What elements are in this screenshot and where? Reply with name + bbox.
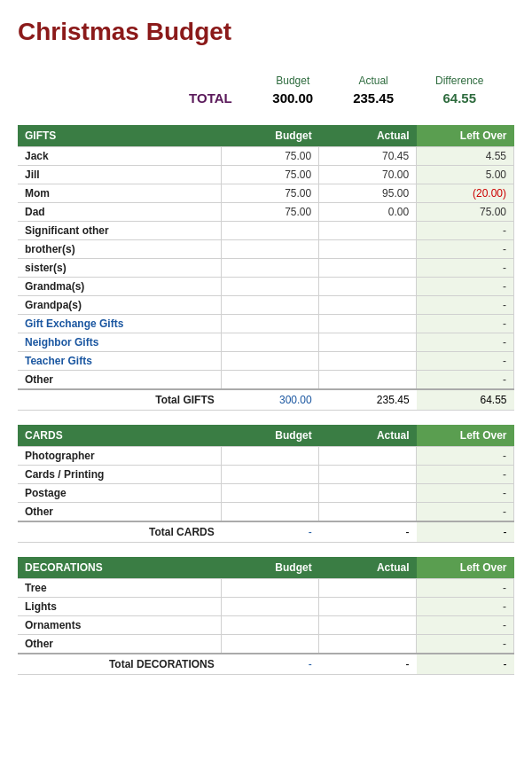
row-label: Other: [18, 503, 222, 522]
row-budget: [222, 579, 319, 598]
row-actual: [319, 579, 417, 598]
row-leftover: -: [417, 466, 514, 484]
row-leftover: -: [417, 371, 514, 390]
row-label: brother(s): [18, 240, 222, 259]
section-col-1: Actual: [319, 557, 417, 579]
section-col-1: Actual: [319, 425, 417, 447]
row-actual: 70.00: [319, 166, 417, 184]
footer-row: Total CARDS---: [18, 521, 514, 543]
row-actual: [319, 240, 417, 259]
table-row: Dad75.000.0075.00: [18, 203, 514, 222]
page-title: Christmas Budget: [18, 18, 514, 46]
table-row: Other-: [18, 371, 514, 390]
table-row: brother(s)-: [18, 240, 514, 259]
section-name-decorations: DECORATIONS: [18, 557, 222, 579]
footer-actual: 235.45: [319, 389, 417, 411]
row-actual: [319, 447, 417, 466]
summary-difference-value: 64.55: [414, 89, 505, 107]
row-budget: [222, 447, 319, 466]
row-actual: [319, 278, 417, 296]
section-col-1: Actual: [319, 125, 417, 147]
row-budget: [222, 296, 319, 315]
row-budget: [222, 371, 319, 390]
summary-total-label: TOTAL: [168, 89, 253, 107]
row-actual: [319, 315, 417, 333]
summary-budget-header: Budget: [253, 73, 333, 89]
table-row: Jill75.0070.005.00: [18, 166, 514, 184]
section-name-gifts: GIFTS: [18, 125, 222, 147]
row-budget: [222, 333, 319, 352]
row-actual: [319, 635, 417, 654]
row-leftover: 75.00: [417, 203, 514, 222]
row-leftover: -: [417, 616, 514, 635]
row-budget: [222, 616, 319, 635]
footer-actual: -: [319, 654, 417, 675]
row-leftover: -: [417, 579, 514, 598]
row-leftover: -: [417, 333, 514, 352]
row-label: Photographer: [18, 447, 222, 466]
row-budget: 75.00: [222, 203, 319, 222]
section-col-0: Budget: [222, 557, 319, 579]
footer-row: Total GIFTS300.00235.4564.55: [18, 389, 514, 411]
table-row: Mom75.0095.00(20.00): [18, 184, 514, 203]
table-row: Grandpa(s)-: [18, 296, 514, 315]
row-label: Other: [18, 371, 222, 390]
table-row: Tree-: [18, 579, 514, 598]
table-row: Other-: [18, 503, 514, 522]
row-label: Jill: [18, 166, 222, 184]
row-leftover: -: [417, 278, 514, 296]
table-row: Grandma(s)-: [18, 278, 514, 296]
section-table-gifts: GIFTSBudgetActualLeft OverJack75.0070.45…: [18, 125, 514, 411]
row-budget: 75.00: [222, 147, 319, 166]
row-actual: [319, 616, 417, 635]
section-col-2: Left Over: [417, 125, 514, 147]
row-budget: [222, 222, 319, 240]
row-leftover: (20.00): [417, 184, 514, 203]
section-table-decorations: DECORATIONSBudgetActualLeft OverTree-Lig…: [18, 557, 514, 675]
footer-row: Total DECORATIONS---: [18, 654, 514, 675]
row-label: Neighbor Gifts: [18, 333, 222, 352]
footer-actual: -: [319, 521, 417, 543]
row-budget: [222, 635, 319, 654]
footer-label: Total DECORATIONS: [18, 654, 222, 675]
row-label: Jack: [18, 147, 222, 166]
row-label: Significant other: [18, 222, 222, 240]
row-actual: [319, 352, 417, 371]
row-label: Teacher Gifts: [18, 352, 222, 371]
row-leftover: -: [417, 222, 514, 240]
row-budget: [222, 598, 319, 616]
summary-difference-header: Difference: [414, 73, 505, 89]
row-label: Ornaments: [18, 616, 222, 635]
footer-budget: 300.00: [222, 389, 319, 411]
summary-actual-header: Actual: [333, 73, 414, 89]
row-actual: [319, 259, 417, 278]
summary-section: Budget Actual Difference TOTAL 300.00 23…: [18, 73, 514, 107]
row-actual: [319, 333, 417, 352]
row-label: Tree: [18, 579, 222, 598]
section-name-cards: CARDS: [18, 425, 222, 447]
row-leftover: -: [417, 447, 514, 466]
row-leftover: -: [417, 315, 514, 333]
row-actual: [319, 503, 417, 522]
row-label: Grandma(s): [18, 278, 222, 296]
section-table-cards: CARDSBudgetActualLeft OverPhotographer-C…: [18, 425, 514, 543]
footer-leftover: -: [417, 654, 514, 675]
row-actual: [319, 296, 417, 315]
row-budget: [222, 466, 319, 484]
row-leftover: -: [417, 598, 514, 616]
section-col-0: Budget: [222, 425, 319, 447]
summary-actual-value: 235.45: [333, 89, 414, 107]
row-budget: [222, 503, 319, 522]
row-actual: [319, 222, 417, 240]
row-actual: [319, 466, 417, 484]
row-leftover: -: [417, 240, 514, 259]
row-label: Postage: [18, 484, 222, 503]
row-leftover: -: [417, 503, 514, 522]
table-row: Postage-: [18, 484, 514, 503]
row-budget: 75.00: [222, 166, 319, 184]
row-leftover: -: [417, 484, 514, 503]
table-row: Neighbor Gifts-: [18, 333, 514, 352]
row-label: Grandpa(s): [18, 296, 222, 315]
row-budget: [222, 278, 319, 296]
table-row: Cards / Printing-: [18, 466, 514, 484]
